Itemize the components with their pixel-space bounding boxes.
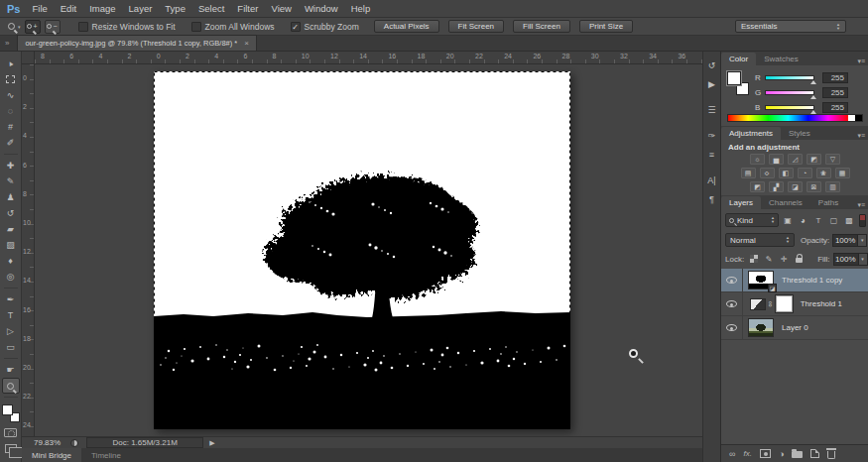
checkbox-box-resize-windows-to-fit[interactable] <box>78 22 88 32</box>
lock-all-icon[interactable] <box>794 254 804 264</box>
visibility-cell[interactable] <box>721 269 743 292</box>
menu-item-window[interactable]: Window <box>305 3 338 14</box>
foreground-color-swatch[interactable] <box>727 71 741 85</box>
menu-item-help[interactable]: Help <box>351 3 371 14</box>
zoom-level-field[interactable]: 79.83% <box>34 438 61 447</box>
checkbox-box-scrubby-zoom[interactable]: ✓ <box>291 22 301 32</box>
adjustment-vibrance-icon[interactable]: ▽ <box>825 154 840 165</box>
adjustment-exposure-icon[interactable]: ◩ <box>806 154 821 165</box>
checkbox-zoom-all-windows[interactable]: Zoom All Windows <box>191 22 275 32</box>
adjustment-gradient-map-icon[interactable]: ▥ <box>825 181 840 192</box>
menu-item-view[interactable]: View <box>271 3 291 14</box>
actions-panel-icon[interactable]: ▶ <box>704 76 720 91</box>
ruler-corner[interactable] <box>22 52 35 64</box>
brush-tool[interactable]: ✎ <box>2 173 20 189</box>
checkbox-resize-windows-to-fit[interactable]: Resize Windows to Fit <box>78 22 176 32</box>
filter-pixel-layers-icon[interactable]: ▣ <box>782 214 795 226</box>
type-tool[interactable]: T <box>2 307 20 323</box>
spot-healing-brush-tool[interactable]: ✚ <box>2 158 20 173</box>
brush-presets-panel-icon[interactable]: ≡ <box>704 147 720 162</box>
color-spectrum-bar[interactable] <box>727 114 863 122</box>
zoom-tool[interactable] <box>2 378 20 394</box>
document-tab[interactable]: our-green-policy-img.jpg @ 79.8% (Thresh… <box>17 35 257 51</box>
lock-position-icon[interactable]: ✛ <box>779 254 789 264</box>
layer-thumbnail[interactable]: ◪ <box>748 271 774 289</box>
channel-value-field[interactable]: 255 <box>822 102 848 113</box>
zoom-in-button[interactable]: + <box>25 20 41 34</box>
actual-pixels-button[interactable]: Actual Pixels <box>374 20 439 33</box>
pen-tool[interactable]: ✒ <box>2 291 20 307</box>
adjustment-channel-mixer-icon[interactable]: ❀ <box>816 168 831 178</box>
link-layers-icon[interactable]: ∞ <box>729 448 735 460</box>
toolbar-color-swatches[interactable] <box>2 404 20 422</box>
paragraph-panel-icon[interactable]: ¶ <box>704 191 720 206</box>
canvas[interactable] <box>154 71 570 429</box>
channel-slider[interactable] <box>765 90 814 95</box>
spectrum-black-cell[interactable] <box>855 115 862 121</box>
workspace-switcher[interactable]: Essentials ▲▼ <box>735 20 846 33</box>
add-layer-mask-icon[interactable] <box>760 448 771 460</box>
adjustment-photo-filter-icon[interactable]: ◔ <box>798 168 812 178</box>
color-tab-color[interactable]: Color <box>721 53 756 65</box>
fill-caret-icon[interactable]: ▾ <box>859 253 868 266</box>
character-panel-icon[interactable]: A| <box>704 173 720 187</box>
bottom-tab-timeline[interactable]: Timeline <box>81 448 131 462</box>
channel-value-field[interactable]: 255 <box>822 87 848 98</box>
path-selection-tool[interactable]: ▷ <box>2 323 20 339</box>
spectrum-rainbow[interactable] <box>728 115 848 121</box>
crop-tool[interactable]: # <box>2 119 20 135</box>
menu-item-select[interactable]: Select <box>198 3 224 14</box>
adjustments-panel-menu-icon[interactable]: ▾≡ <box>857 132 865 140</box>
fit-screen-button[interactable]: Fit Screen <box>448 20 504 33</box>
tool-preset-picker[interactable]: ▾ <box>8 23 21 30</box>
color-panel-menu-icon[interactable]: ▾≡ <box>857 58 865 65</box>
visibility-cell[interactable] <box>721 316 743 340</box>
layer-mask-thumbnail[interactable] <box>776 295 793 312</box>
filter-adjustment-layers-icon[interactable]: ◕ <box>797 214 809 226</box>
slider-thumb-icon[interactable] <box>810 110 816 114</box>
marquee-tool[interactable] <box>2 71 20 87</box>
filter-shape-layers-icon[interactable]: ▢ <box>827 214 840 226</box>
menu-item-file[interactable]: File <box>32 3 47 14</box>
opacity-value-field[interactable]: 100% <box>832 234 858 247</box>
quick-selection-tool[interactable]: ◌ <box>2 103 20 119</box>
threshold-adjustment-icon[interactable] <box>750 298 766 310</box>
adjustment-black-white-icon[interactable]: ◧ <box>779 168 794 178</box>
filter-smart-objects-icon[interactable]: ▩ <box>843 214 856 226</box>
fill-value-field[interactable]: 100% <box>833 253 859 266</box>
adjustment-levels-icon[interactable]: ▅ <box>769 154 784 165</box>
menu-item-layer[interactable]: Layer <box>129 3 153 14</box>
eye-icon[interactable] <box>726 277 737 284</box>
slider-thumb-icon[interactable] <box>810 80 816 84</box>
close-tab-icon[interactable]: × <box>244 39 249 48</box>
layer-thumbnail[interactable] <box>748 318 774 337</box>
channel-slider[interactable] <box>765 105 814 110</box>
checkbox-scrubby-zoom[interactable]: ✓Scrubby Zoom <box>291 22 359 32</box>
adjustment-brightness-contrast-icon[interactable]: ☼ <box>750 154 765 165</box>
eraser-tool[interactable]: ▰ <box>2 221 20 237</box>
adjustment-invert-icon[interactable]: ◩ <box>750 181 765 192</box>
filter-type-layers-icon[interactable]: T <box>812 214 825 226</box>
menu-item-type[interactable]: Type <box>165 3 186 14</box>
layers-tab-layers[interactable]: Layers <box>721 196 761 209</box>
move-tool[interactable]: ▲ <box>2 56 20 71</box>
slider-thumb-icon[interactable] <box>810 95 816 99</box>
shape-tool[interactable]: ▭ <box>2 339 20 355</box>
new-group-icon[interactable] <box>792 448 803 460</box>
channel-value-field[interactable]: 255 <box>822 72 848 83</box>
clone-stamp-tool[interactable]: ♟ <box>2 189 20 205</box>
gradient-tool[interactable]: ▨ <box>2 237 20 253</box>
foreground-background-swatches[interactable] <box>727 71 749 95</box>
layers-panel-menu-icon[interactable]: ▾≡ <box>857 201 865 209</box>
history-brush-tool[interactable]: ↺ <box>2 205 20 221</box>
adjustments-tab-styles[interactable]: Styles <box>781 127 818 140</box>
screen-mode-button[interactable] <box>5 444 17 453</box>
quick-mask-button[interactable] <box>4 428 17 437</box>
opacity-caret-icon[interactable]: ▾ <box>858 234 867 247</box>
print-size-button[interactable]: Print Size <box>579 20 633 33</box>
status-options-arrow-icon[interactable]: ▶ <box>209 439 214 447</box>
zoom-out-button[interactable]: − <box>45 20 61 34</box>
adjustment-threshold-icon[interactable]: ◪ <box>788 181 803 192</box>
lock-paint-icon[interactable]: ✎ <box>764 254 774 264</box>
layers-tab-paths[interactable]: Paths <box>810 196 846 209</box>
